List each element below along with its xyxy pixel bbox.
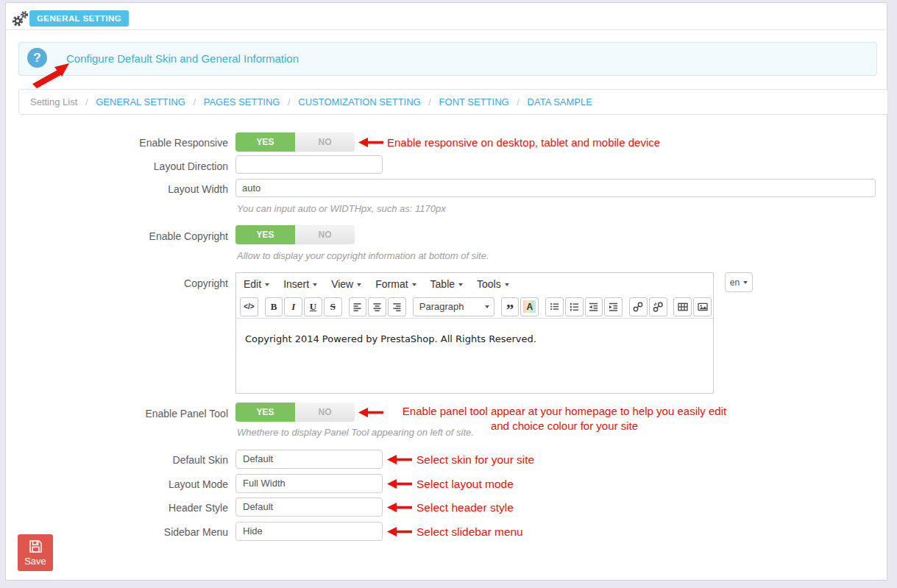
link-icon	[632, 301, 644, 313]
table-icon	[677, 301, 689, 313]
align-left-button[interactable]	[349, 297, 367, 316]
align-right-button[interactable]	[388, 297, 406, 316]
header-style-annotation: Select header style	[416, 501, 514, 514]
menu-view[interactable]: View	[331, 278, 361, 290]
header-style-label: Header Style	[29, 502, 228, 514]
layout-direction-label: Layout Direction	[29, 160, 228, 172]
align-left-icon	[352, 301, 363, 312]
enable-responsive-toggle[interactable]: YES NO	[235, 132, 355, 152]
editor-menubar: Edit Insert View Format Table Tools	[236, 273, 713, 295]
layout-width-label: Layout Width	[29, 183, 228, 195]
link-button[interactable]	[629, 297, 648, 316]
layout-width-hint: You can input auto or WIDTHpx, such as: …	[237, 203, 446, 214]
chevron-down-icon	[412, 283, 416, 286]
language-dropdown[interactable]: en	[725, 272, 753, 292]
indent-button[interactable]	[604, 297, 623, 316]
copyright-editor: Edit Insert View Format Table Tools </> …	[235, 272, 714, 394]
enable-copyright-label: Enable Copyright	[29, 230, 228, 242]
enable-copyright-hint: Allow to display your copyright informat…	[237, 250, 489, 261]
enable-responsive-label: Enable Responsive	[29, 137, 228, 149]
chevron-down-icon	[265, 283, 269, 286]
italic-button[interactable]: I	[284, 297, 302, 316]
align-center-button[interactable]	[368, 297, 386, 316]
tab-general-setting[interactable]: GENERAL SETTING	[96, 96, 185, 107]
menu-table[interactable]: Table	[430, 278, 463, 290]
align-right-icon	[391, 301, 403, 312]
annotation-arrow	[387, 503, 412, 512]
layout-width-input[interactable]	[235, 179, 876, 197]
default-skin-annotation: Select skin for your site	[416, 453, 534, 467]
editor-toolbar: </> B I U S Paragraph ” A	[236, 295, 713, 318]
toggle-no[interactable]: NO	[295, 132, 355, 152]
header-style-select[interactable]: Default	[235, 497, 383, 517]
bullet-list-icon	[549, 301, 560, 312]
enable-panel-tool-toggle[interactable]: YES NO	[235, 403, 355, 422]
toggle-no[interactable]: NO	[295, 403, 355, 422]
image-icon	[697, 301, 709, 313]
default-skin-label: Default Skin	[29, 454, 228, 466]
numbered-list-icon	[569, 301, 580, 312]
image-button[interactable]	[693, 297, 712, 316]
layout-mode-select[interactable]: Full Width	[235, 474, 383, 493]
annotation-arrow	[358, 408, 383, 417]
enable-panel-tool-hint: Whethere to display Panel Tool appearing…	[237, 427, 474, 438]
annotation-arrow-help	[29, 62, 69, 90]
chevron-down-icon	[313, 283, 317, 286]
source-code-button[interactable]: </>	[240, 297, 258, 316]
save-icon	[28, 539, 43, 554]
unlink-button[interactable]	[649, 297, 667, 316]
paragraph-format-select[interactable]: Paragraph	[413, 297, 494, 316]
annotation-arrow	[387, 455, 412, 464]
sidebar-menu-label: Sidebar Menu	[29, 526, 228, 538]
annotation-arrow	[387, 527, 412, 536]
annotation-arrow	[387, 479, 412, 489]
chevron-down-icon	[357, 283, 361, 286]
menu-format[interactable]: Format	[375, 278, 416, 290]
toggle-no[interactable]: NO	[295, 225, 355, 244]
tab-data-sample[interactable]: DATA SAMPLE	[528, 96, 592, 107]
menu-edit[interactable]: Edit	[244, 278, 269, 290]
numbered-list-button[interactable]	[565, 297, 584, 316]
chevron-down-icon	[485, 305, 489, 308]
sidebar-menu-annotation: Select slidebar menu	[416, 525, 523, 539]
layout-mode-annotation: Select layout mode	[416, 478, 514, 491]
underline-button[interactable]: U	[304, 297, 322, 316]
toggle-yes[interactable]: YES	[235, 225, 295, 244]
enable-responsive-annotation: Enable responsive on desktop, tablet and…	[387, 136, 660, 149]
outdent-button[interactable]	[585, 297, 603, 316]
menu-insert[interactable]: Insert	[283, 278, 317, 290]
blockquote-button[interactable]: ”	[501, 297, 520, 316]
chevron-down-icon	[743, 281, 748, 284]
general-setting-badge: GENERAL SETTING	[29, 10, 129, 26]
indent-icon	[608, 301, 619, 312]
breadcrumb: Setting List / GENERAL SETTING / PAGES S…	[18, 89, 888, 115]
tab-font-setting[interactable]: FONT SETTING	[439, 96, 509, 107]
text-color-button[interactable]: A	[520, 297, 539, 316]
breadcrumb-setting-list: Setting List	[30, 96, 77, 107]
table-button[interactable]	[673, 297, 692, 316]
chevron-down-icon	[505, 283, 509, 286]
banner-text: Configure Default Skin and General Infor…	[66, 52, 299, 65]
unlink-icon	[652, 301, 664, 313]
outdent-icon	[588, 301, 599, 312]
align-center-icon	[372, 301, 383, 312]
copyright-label: Copyright	[29, 277, 228, 289]
chevron-down-icon	[458, 283, 463, 286]
gears-icon	[12, 10, 29, 27]
layout-direction-input[interactable]	[235, 155, 383, 174]
tab-customization-setting[interactable]: CUSTOMIZATION SETTING	[298, 96, 420, 107]
bullet-list-button[interactable]	[545, 297, 564, 316]
sidebar-menu-select[interactable]: Hide	[235, 522, 383, 541]
enable-copyright-toggle[interactable]: YES NO	[235, 225, 355, 244]
save-label: Save	[24, 556, 46, 567]
bold-button[interactable]: B	[265, 297, 283, 316]
default-skin-select[interactable]: Default	[235, 450, 383, 469]
strikethrough-button[interactable]: S	[324, 297, 342, 316]
save-button[interactable]: Save	[18, 534, 53, 571]
menu-tools[interactable]: Tools	[477, 278, 509, 290]
annotation-arrow	[358, 138, 383, 147]
toggle-yes[interactable]: YES	[235, 403, 295, 422]
tab-pages-setting[interactable]: PAGES SETTING	[204, 96, 280, 107]
topbar-divider	[6, 29, 886, 30]
toggle-yes[interactable]: YES	[235, 132, 295, 152]
